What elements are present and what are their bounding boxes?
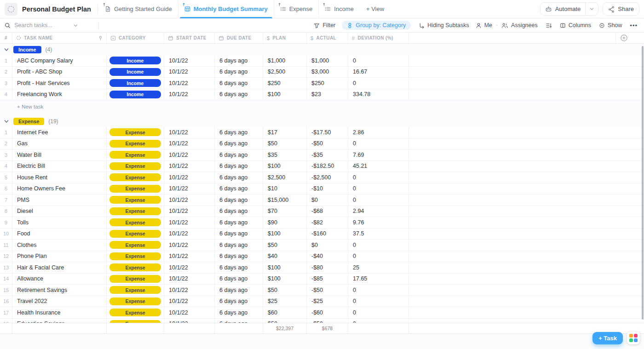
me-filter-button[interactable]: Me (476, 22, 492, 29)
task-name[interactable]: Education Savings (12, 319, 107, 323)
category-badge-expense[interactable]: Expense (109, 263, 161, 271)
task-name[interactable]: Retirement Savings (12, 285, 107, 296)
start-date[interactable]: 10/1/22 (164, 296, 215, 307)
apps-grid-button[interactable] (627, 332, 640, 344)
vertical-scrollbar[interactable] (642, 46, 644, 320)
column-header-actual[interactable]: $ ACTUAL (307, 33, 348, 43)
deviation-value[interactable]: 0 (348, 195, 409, 206)
plan-value[interactable]: $100 (263, 229, 307, 240)
due-date[interactable]: 6 days ago (215, 240, 263, 251)
actual-value[interactable]: -$10 (307, 183, 348, 195)
actual-value[interactable]: -$50 (307, 138, 348, 149)
actual-value[interactable]: -$50 (307, 285, 348, 296)
column-header-start-date[interactable]: START DATE (164, 33, 215, 43)
start-date[interactable]: 10/1/22 (164, 285, 215, 296)
add-column-button[interactable] (615, 33, 632, 43)
task-name[interactable]: Profit - ABC Shop (12, 67, 107, 78)
start-date[interactable]: 10/1/22 (164, 67, 215, 78)
due-date[interactable]: 6 days ago (215, 78, 263, 89)
category-badge-expense[interactable]: Expense (109, 185, 161, 193)
due-date[interactable]: 6 days ago (215, 138, 263, 149)
category-badge-expense[interactable]: Expense (109, 151, 161, 159)
start-date[interactable]: 10/1/22 (164, 195, 215, 206)
deviation-value[interactable]: 0 (348, 172, 409, 183)
due-date[interactable]: 6 days ago (215, 285, 263, 296)
deviation-value[interactable]: 0 (348, 296, 409, 307)
actual-value[interactable]: $0 (307, 240, 348, 251)
actual-value[interactable]: -$160 (307, 229, 348, 240)
more-options-button[interactable]: ••• (630, 22, 638, 29)
plan-value[interactable]: $100 (263, 274, 307, 285)
due-date[interactable]: 6 days ago (215, 55, 263, 66)
chevron-down-icon[interactable] (4, 119, 9, 124)
column-header-number[interactable]: # (0, 33, 12, 43)
deviation-value[interactable]: 0 (348, 251, 409, 262)
plan-value[interactable]: $10 (263, 183, 307, 195)
deviation-value[interactable]: 17.65 (348, 274, 409, 285)
deviation-value[interactable]: 7.69 (348, 149, 409, 160)
filter-button[interactable]: Filter (314, 22, 335, 29)
task-name[interactable]: Water Bill (12, 149, 107, 160)
plan-value[interactable]: $70 (263, 206, 307, 217)
columns-button[interactable]: Columns (560, 22, 591, 29)
actual-value[interactable]: -$82 (307, 217, 348, 228)
category-badge-expense[interactable]: Expense (109, 128, 161, 136)
start-date[interactable]: 10/1/22 (164, 274, 215, 285)
category-badge-expense[interactable]: Expense (109, 320, 161, 323)
due-date[interactable]: 6 days ago (215, 319, 263, 323)
deviation-value[interactable]: 2.86 (348, 127, 409, 138)
share-button[interactable]: Share (603, 2, 639, 16)
task-name[interactable]: Allowance (12, 274, 107, 285)
due-date[interactable]: 6 days ago (215, 217, 263, 228)
search-box[interactable] (5, 22, 95, 29)
plan-value[interactable]: $2,500 (263, 172, 307, 183)
start-date[interactable]: 10/1/22 (164, 161, 215, 172)
deviation-value[interactable]: 0 (348, 307, 409, 318)
search-input[interactable] (14, 22, 69, 29)
start-date[interactable]: 10/1/22 (164, 78, 215, 89)
tab-getting-started-guide[interactable]: Getting Started Guide (99, 0, 178, 18)
start-date[interactable]: 10/1/22 (164, 149, 215, 160)
task-name[interactable]: Electric Bill (12, 161, 107, 172)
start-date[interactable]: 10/1/22 (164, 138, 215, 149)
plan-value[interactable]: $1,000 (263, 55, 307, 66)
tab-income[interactable]: Income (318, 0, 360, 18)
deviation-value[interactable]: 0 (348, 78, 409, 89)
start-date[interactable]: 10/1/22 (164, 240, 215, 251)
actual-value[interactable]: -$80 (307, 262, 348, 273)
deviation-value[interactable]: 0 (348, 319, 409, 323)
actual-value[interactable]: $1,000 (307, 55, 348, 66)
task-name[interactable]: Food (12, 229, 107, 240)
actual-value[interactable]: -$25 (307, 296, 348, 307)
due-date[interactable]: 6 days ago (215, 307, 263, 318)
actual-value[interactable]: -$68 (307, 206, 348, 217)
due-date[interactable]: 6 days ago (215, 67, 263, 78)
category-badge-income[interactable]: Income (109, 91, 161, 98)
start-date[interactable]: 10/1/22 (164, 89, 215, 100)
due-date[interactable]: 6 days ago (215, 149, 263, 160)
task-name[interactable]: Tolls (12, 217, 107, 228)
deviation-value[interactable]: 0 (348, 240, 409, 251)
task-name[interactable]: Health Insurance (12, 307, 107, 318)
plan-value[interactable]: $250 (263, 78, 307, 89)
task-name[interactable]: Travel 2022 (12, 296, 107, 307)
category-badge-income[interactable]: Income (109, 68, 161, 76)
actual-value[interactable]: -$85 (307, 274, 348, 285)
plan-value[interactable]: $100 (263, 89, 307, 100)
category-badge-expense[interactable]: Expense (109, 241, 161, 249)
deviation-value[interactable]: 0 (348, 138, 409, 149)
deviation-value[interactable]: 2.94 (348, 206, 409, 217)
new-task-button[interactable]: + New task (0, 100, 644, 113)
due-date[interactable]: 6 days ago (215, 195, 263, 206)
deviation-value[interactable]: 0 (348, 183, 409, 195)
start-date[interactable]: 10/1/22 (164, 319, 215, 323)
actual-value[interactable]: $250 (307, 78, 348, 89)
column-header-deviation[interactable]: # DEVIATION (%) (348, 33, 409, 43)
deviation-value[interactable]: 0 (348, 55, 409, 66)
plan-value[interactable]: $17 (263, 127, 307, 138)
plan-value[interactable]: $50 (263, 285, 307, 296)
column-header-task-name[interactable]: TASK NAME (12, 33, 107, 43)
category-badge-expense[interactable]: Expense (109, 230, 161, 238)
actual-value[interactable]: -$17.50 (307, 127, 348, 138)
assignees-button[interactable]: Assignees (501, 22, 538, 29)
